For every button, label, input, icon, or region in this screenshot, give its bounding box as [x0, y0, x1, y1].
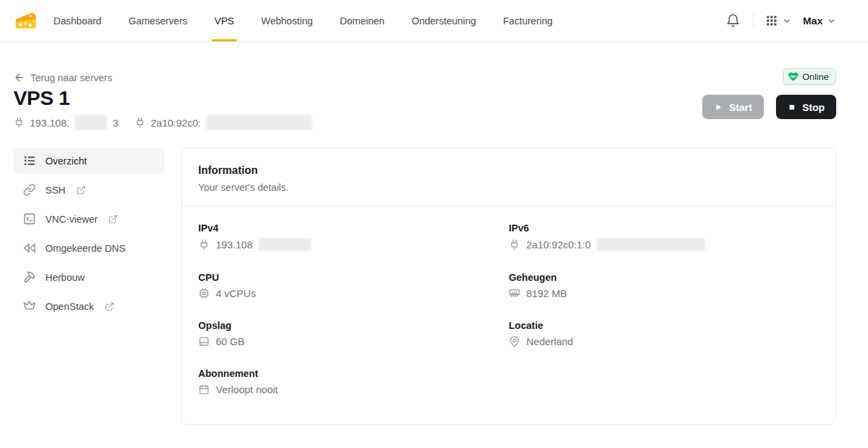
page-title: VPS 1	[14, 87, 312, 110]
ipv4-address: 193.108.3	[14, 115, 118, 130]
notifications-button[interactable]	[725, 12, 741, 29]
link-icon	[23, 183, 36, 196]
play-icon	[714, 103, 723, 112]
card-title: Information	[198, 164, 819, 177]
nav-item-domeinen[interactable]: Domeinen	[340, 0, 384, 41]
field-cpu: CPU 4 vCPUs	[198, 272, 509, 299]
server-ip-row: 193.108.3 2a10:92c0:	[14, 115, 312, 130]
hard-drive-icon	[198, 336, 210, 347]
card-subtitle: Your server's details.	[198, 182, 819, 193]
nav-item-vps[interactable]: VPS	[214, 0, 234, 41]
page-content: Terug naar servers VPS 1 193.108.3 2a10:…	[0, 42, 868, 425]
redacted-value	[74, 115, 107, 130]
plug-icon	[135, 117, 145, 128]
sidebar-item-omgekeerde-dns[interactable]: Omgekeerde DNS	[14, 235, 164, 261]
field-geheugen: Geheugen 8192 MB	[509, 272, 819, 299]
stop-button[interactable]: Stop	[776, 95, 836, 119]
start-button[interactable]: Start	[702, 95, 763, 119]
field-ipv4: IPv4 193.108	[198, 223, 509, 251]
ipv6-address: 2a10:92c0:	[135, 115, 312, 130]
user-name: Max	[803, 15, 823, 26]
map-pin-icon	[509, 336, 520, 347]
external-link-icon	[108, 215, 118, 224]
rewind-icon	[23, 242, 36, 254]
external-link-icon	[76, 185, 86, 195]
sidebar-item-overzicht[interactable]: Overzicht	[14, 148, 164, 174]
bell-icon	[726, 14, 740, 28]
status-badge: Online	[783, 68, 836, 85]
nav-item-webhosting[interactable]: Webhosting	[261, 0, 313, 41]
cpu-icon	[198, 288, 210, 299]
hammer-icon	[23, 271, 36, 284]
field-ipv6: IPv6 2a10:92c0:1:0	[509, 223, 819, 251]
field-opslag: Opslag 60 GB	[198, 320, 509, 347]
nav-item-gameservers[interactable]: Gameservers	[129, 0, 187, 41]
server-sidebar: Overzicht SSH VNC-viewer	[14, 148, 164, 319]
external-link-icon	[105, 302, 114, 311]
back-link[interactable]: Terug naar servers	[14, 72, 312, 83]
stop-icon	[787, 103, 796, 112]
redacted-value	[206, 115, 312, 130]
plug-icon	[509, 239, 520, 250]
field-abonnement: Abonnement Verloopt nooit	[198, 368, 509, 395]
plug-icon	[198, 239, 210, 250]
sidebar-item-openstack[interactable]: OpenStack	[14, 293, 164, 319]
chevron-down-icon	[827, 16, 836, 26]
arrow-left-icon	[14, 72, 25, 83]
nav-item-ondersteuning[interactable]: Ondersteuning	[411, 0, 476, 41]
apps-menu-button[interactable]	[765, 14, 792, 27]
redacted-value	[597, 238, 705, 251]
heart-pulse-icon	[787, 71, 799, 83]
field-locatie: Locatie Nederland	[509, 320, 819, 347]
plug-icon	[14, 117, 24, 128]
redacted-value	[258, 238, 311, 251]
sidebar-item-herbouw[interactable]: Herbouw	[14, 264, 164, 290]
cheese-logo-icon[interactable]	[14, 11, 38, 31]
memory-icon	[509, 288, 520, 299]
top-navigation: Dashboard Gameservers VPS Webhosting Dom…	[0, 0, 868, 42]
terminal-icon	[23, 212, 36, 225]
chevron-down-icon	[782, 16, 792, 26]
nav-item-facturering[interactable]: Facturering	[503, 0, 553, 41]
crown-icon	[23, 300, 36, 313]
information-card: Information Your server's details. IPv4 …	[181, 148, 836, 425]
nav-item-dashboard[interactable]: Dashboard	[53, 0, 101, 41]
nav-divider	[753, 13, 754, 29]
calendar-icon	[198, 384, 210, 395]
user-menu-button[interactable]: Max	[803, 15, 836, 26]
main-menu: Dashboard Gameservers VPS Webhosting Dom…	[53, 0, 553, 41]
sidebar-item-vnc-viewer[interactable]: VNC-viewer	[14, 206, 164, 232]
overview-list-icon	[23, 154, 36, 167]
sidebar-item-ssh[interactable]: SSH	[14, 177, 164, 203]
grid-icon	[765, 14, 778, 27]
